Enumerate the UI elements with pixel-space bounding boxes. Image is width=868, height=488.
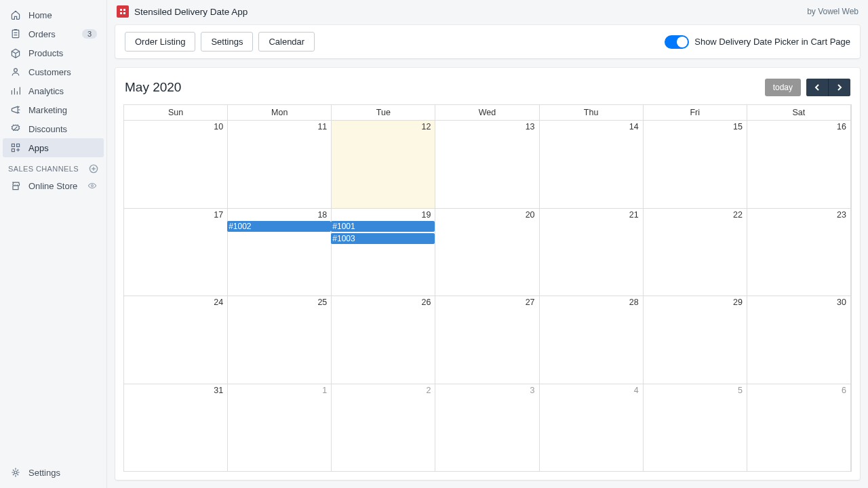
svg-rect-2 [12,144,14,146]
today-button[interactable]: today [765,79,801,96]
orders-icon [9,28,22,40]
calendar-cell[interactable]: 10 [124,121,228,209]
calendar-date: 17 [127,210,224,220]
svg-rect-3 [17,144,20,146]
sidebar-item-label: Discounts [28,124,97,134]
calendar-cell[interactable]: 13 [435,121,539,209]
day-header: Tue [332,105,435,121]
sidebar-item-label: Customers [28,67,97,77]
sidebar-item-apps[interactable]: Apps [3,138,104,157]
calendar-date: 5 [646,386,744,395]
topbar: Stensiled Delivery Date App by Vowel Web [107,0,868,23]
calendar-cell[interactable]: 20 [435,209,539,297]
calendar-cell[interactable]: 25 [228,296,332,384]
calendar-cell[interactable]: 3 [435,384,539,472]
calendar-date: 11 [231,122,328,131]
sidebar-item-marketing[interactable]: Marketing [3,100,104,119]
channel-label: Online Store [28,181,87,191]
calendar-event[interactable]: #1003 [331,233,435,244]
sidebar-item-label: Home [28,10,97,20]
toggle-label: Show Delivery Date Picker in Cart Page [694,37,850,47]
calendar-cell[interactable]: 27 [435,296,539,384]
calendar-cell[interactable]: 5 [644,384,747,472]
next-month-button[interactable] [829,79,850,96]
day-header: Sun [124,105,228,121]
calendar-cell[interactable]: 30 [747,296,851,384]
sidebar-item-label: Apps [28,143,97,153]
calendar-cell[interactable]: 15 [644,121,747,209]
sidebar-item-label: Products [28,48,97,58]
sidebar-item-settings[interactable]: Settings [3,463,104,488]
calendar-event[interactable]: #1002 [227,221,331,232]
day-header: Wed [435,105,539,121]
calendar-event[interactable]: #1001 [331,221,435,232]
calendar-cell[interactable]: 6 [747,384,851,472]
app-title: Stensiled Delivery Date App [134,7,248,17]
calendar-cell[interactable]: 17 [124,209,228,297]
apps-icon [9,142,22,154]
main: Stensiled Delivery Date App by Vowel Web… [107,0,868,488]
tabbar: Order Listing Settings Calendar Show Del… [115,25,860,58]
store-icon [9,180,22,192]
view-store-icon[interactable] [87,181,97,190]
day-header: Thu [540,105,644,121]
sales-channels-header: SALES CHANNELS [0,157,106,176]
sidebar-item-products[interactable]: Products [3,43,104,62]
sidebar-item-customers[interactable]: Customers [3,62,104,81]
calendar-cell[interactable]: 29 [644,296,747,384]
calendar-cell[interactable]: 31 [124,384,228,472]
day-header: Sat [747,105,851,121]
svg-rect-0 [12,30,19,37]
calendar-card: May 2020 today Sun [115,68,860,480]
channel-online-store[interactable]: Online Store [3,176,104,195]
delivery-picker-toggle[interactable] [665,35,689,49]
sidebar-item-discounts[interactable]: Discounts [3,119,104,138]
svg-point-8 [92,185,94,187]
calendar-date: 26 [334,298,432,307]
sidebar-item-home[interactable]: Home [3,5,104,24]
calendar-date: 27 [438,298,536,307]
calendar-cell[interactable]: 12 [332,121,435,209]
calendar-cell[interactable]: 21 [540,209,644,297]
calendar-cell[interactable]: 19#1001#1003 [332,209,435,297]
calendar-cell[interactable]: 2 [332,384,435,472]
calendar-cell[interactable]: 11 [228,121,332,209]
discounts-icon [9,123,22,135]
home-icon [9,9,22,21]
calendar-cell[interactable]: 24 [124,296,228,384]
calendar-date: 30 [750,298,848,307]
calendar-cell[interactable]: 26 [332,296,435,384]
prev-month-button[interactable] [806,79,829,96]
byline: by Vowel Web [807,7,859,16]
calendar-cell[interactable]: 4 [540,384,644,472]
calendar-date: 18 [231,210,328,220]
calendar-date: 2 [334,386,432,395]
sidebar-item-label: Settings [28,468,97,478]
day-header: Mon [228,105,332,121]
calendar-button[interactable]: Calendar [258,32,315,52]
calendar-cell[interactable]: 18#1002 [228,209,332,297]
calendar-date: 3 [438,386,536,395]
calendar-cell[interactable]: 22 [644,209,747,297]
calendar-cell[interactable]: 28 [540,296,644,384]
calendar-cell[interactable]: 23 [747,209,851,297]
calendar-date: 29 [646,298,744,307]
calendar-date: 6 [750,386,848,395]
order-listing-button[interactable]: Order Listing [125,32,195,52]
settings-button[interactable]: Settings [201,32,253,52]
calendar-date: 28 [542,298,640,307]
sidebar-item-analytics[interactable]: Analytics [3,81,104,100]
sidebar-item-orders[interactable]: Orders3 [3,24,104,43]
sidebar-item-label: Analytics [28,86,97,96]
calendar-date: 13 [438,122,536,131]
calendar-cell[interactable]: 16 [747,121,851,209]
calendar-date: 1 [231,386,328,395]
add-channel-icon[interactable] [89,164,98,174]
calendar-cell[interactable]: 14 [540,121,644,209]
day-header: Fri [644,105,747,121]
svg-point-1 [14,68,18,72]
calendar-date: 31 [127,386,224,395]
calendar-date: 14 [542,122,640,131]
calendar-cell[interactable]: 1 [228,384,332,472]
calendar-date: 4 [542,386,640,395]
